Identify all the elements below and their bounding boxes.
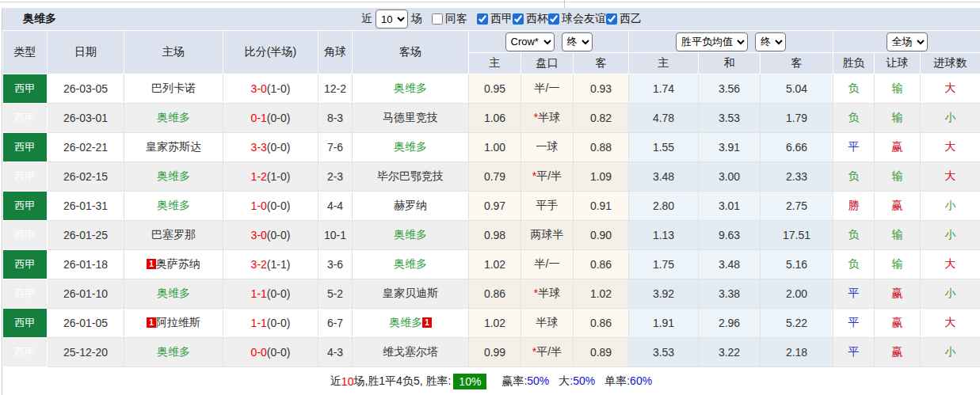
copa-label: 西杯 bbox=[526, 12, 548, 26]
league-cell: 西甲 bbox=[3, 338, 48, 367]
avg-home-cell: 4.78 bbox=[629, 104, 699, 133]
home-cell: 巴列卡诺 bbox=[124, 74, 223, 104]
home-team-name: 皇家苏斯达 bbox=[146, 140, 201, 153]
average-time-select[interactable]: 终 bbox=[755, 32, 786, 51]
handicap-name: 半/一 bbox=[535, 82, 560, 94]
home-cell: 奥维多 bbox=[124, 338, 223, 367]
date-cell: 25-12-20 bbox=[48, 338, 124, 367]
home-cell: 奥维多 bbox=[124, 279, 223, 309]
goals-cell: 大 bbox=[921, 74, 980, 104]
home-team-name: 奥维多 bbox=[157, 199, 190, 211]
date-cell: 26-01-10 bbox=[48, 279, 124, 309]
match-count-select[interactable]: 10 bbox=[376, 9, 408, 28]
full-time-score: 1-2 bbox=[251, 170, 267, 183]
score-cell: 0-1(0-0) bbox=[223, 104, 318, 133]
laliga-checkbox[interactable] bbox=[477, 13, 488, 25]
filter-laliga[interactable]: 西甲 bbox=[477, 12, 513, 26]
handicap-cell: *半球 bbox=[521, 279, 574, 309]
odds-away-cell: 0.82 bbox=[574, 104, 629, 133]
handicap-result-cell: 赢 bbox=[875, 279, 921, 309]
avg-draw-cell: 2.96 bbox=[699, 309, 761, 338]
corner-cell: 7-6 bbox=[318, 133, 353, 162]
away-team-name: 奥维多 bbox=[394, 257, 427, 270]
corner-cell: 2-3 bbox=[318, 162, 353, 192]
full-time-score: 0-0 bbox=[251, 346, 267, 359]
table-row: 西甲 26-03-05 巴列卡诺 3-0(1-0) 12-2 奥维多 0.95 … bbox=[3, 74, 980, 104]
avg-draw-cell: 3.91 bbox=[699, 133, 761, 162]
half-time-score: (0-0) bbox=[267, 346, 291, 359]
league-cell: 西甲 bbox=[3, 309, 48, 338]
corner-cell: 12-2 bbox=[318, 74, 353, 104]
odds-away-cell: 1.02 bbox=[574, 279, 629, 309]
half-time-score: (0-0) bbox=[267, 287, 291, 300]
home-red-badge: 1 bbox=[147, 317, 156, 328]
filter-segunda[interactable]: 西乙 bbox=[606, 12, 642, 26]
avg-draw-cell: 3.48 bbox=[699, 250, 761, 279]
sub-header-avg-away: 客 bbox=[761, 53, 833, 74]
odds-away-cell: 0.86 bbox=[574, 309, 629, 338]
same-away-filter[interactable]: 同客 bbox=[432, 12, 467, 26]
odds-home-cell: 1.00 bbox=[469, 133, 521, 162]
col-header-corner: 角球 bbox=[318, 31, 353, 74]
copa-checkbox[interactable] bbox=[513, 13, 524, 25]
home-cell: 奥维多 bbox=[124, 104, 223, 133]
avg-draw-cell: 9.63 bbox=[699, 221, 761, 250]
odds-home-cell: 1.02 bbox=[469, 309, 521, 338]
away-cell: 皇家贝迪斯 bbox=[353, 279, 469, 309]
avg-away-cell: 5.16 bbox=[761, 250, 833, 279]
full-time-score: 1-1 bbox=[251, 317, 267, 329]
title-bar: 奥维多 近 10 场 同客 西甲 西杯 bbox=[2, 8, 980, 30]
odds-away-cell: 1.09 bbox=[574, 162, 629, 192]
filter-controls: 近 10 场 同客 西甲 西杯 球会友 bbox=[361, 8, 642, 30]
full-time-score: 3-2 bbox=[251, 258, 267, 271]
half-time-score: (0-0) bbox=[267, 317, 291, 329]
away-team-name: 皇家贝迪斯 bbox=[383, 287, 438, 299]
avg-home-cell: 1.55 bbox=[629, 133, 699, 162]
over-label: 大 bbox=[559, 374, 570, 387]
home-team-name: 奥维多 bbox=[157, 345, 190, 358]
friendly-checkbox[interactable] bbox=[548, 13, 559, 25]
away-team-name: 奥维多 bbox=[394, 82, 427, 94]
filter-friendly[interactable]: 球会友谊 bbox=[548, 12, 606, 26]
handicap-name: 平手 bbox=[536, 199, 559, 211]
same-away-checkbox[interactable] bbox=[432, 13, 443, 25]
filter-copa[interactable]: 西杯 bbox=[513, 12, 548, 26]
half-time-score: (1-0) bbox=[267, 82, 291, 95]
home-team-name: 奥维多 bbox=[157, 169, 190, 182]
col-header-home: 主场 bbox=[124, 31, 223, 74]
table-row: 西甲 26-01-05 1阿拉维斯 1-1(0-0) 6-7 奥维多1 1.02… bbox=[3, 309, 980, 338]
sub-header-avg-draw: 和 bbox=[699, 53, 761, 74]
away-cell: 奥维多 bbox=[353, 221, 469, 250]
bookmaker-select[interactable]: Crow* bbox=[505, 32, 555, 51]
full-time-score: 1-1 bbox=[251, 287, 267, 300]
away-team-name: 毕尔巴鄂竞技 bbox=[377, 169, 444, 182]
away-cell: 毕尔巴鄂竞技 bbox=[353, 162, 469, 192]
handicap-name: 半球 bbox=[536, 316, 559, 329]
win-odds-stat: 赢率:50% bbox=[501, 374, 549, 389]
score-cell: 1-1(0-0) bbox=[223, 309, 318, 338]
result-cell: 负 bbox=[833, 221, 875, 250]
segunda-checkbox[interactable] bbox=[606, 13, 617, 25]
scope-select[interactable]: 全场 bbox=[887, 32, 928, 51]
league-cell: 西甲 bbox=[3, 133, 48, 162]
home-team-name: 巴列卡诺 bbox=[151, 82, 196, 94]
team-title: 奥维多 bbox=[23, 12, 56, 26]
goals-cell: 大 bbox=[921, 309, 980, 338]
goals-cell: 大 bbox=[921, 250, 980, 279]
odds-away-cell: 0.90 bbox=[574, 221, 629, 250]
handicap-result-cell: 输 bbox=[875, 104, 921, 133]
result-cell: 负 bbox=[833, 250, 875, 279]
odds-home-cell: 0.99 bbox=[469, 338, 521, 367]
sub-header-avg-home: 主 bbox=[629, 53, 699, 74]
handicap-result-cell: 输 bbox=[875, 221, 921, 250]
away-team-name: 奥维多 bbox=[394, 228, 427, 241]
home-cell: 奥维多 bbox=[124, 192, 223, 221]
result-cell: 负 bbox=[833, 74, 875, 104]
handicap-name: 半/一 bbox=[535, 257, 560, 270]
league-cell: 西甲 bbox=[3, 221, 48, 250]
average-select[interactable]: 胜平负均值 bbox=[676, 32, 748, 51]
recent-label: 近 bbox=[361, 12, 372, 26]
avg-away-cell: 2.00 bbox=[761, 279, 833, 309]
bookmaker-time-select[interactable]: 终 bbox=[562, 32, 593, 51]
table-row: 西甲 26-02-21 皇家苏斯达 3-3(0-0) 7-6 奥维多 1.00 … bbox=[3, 133, 980, 162]
